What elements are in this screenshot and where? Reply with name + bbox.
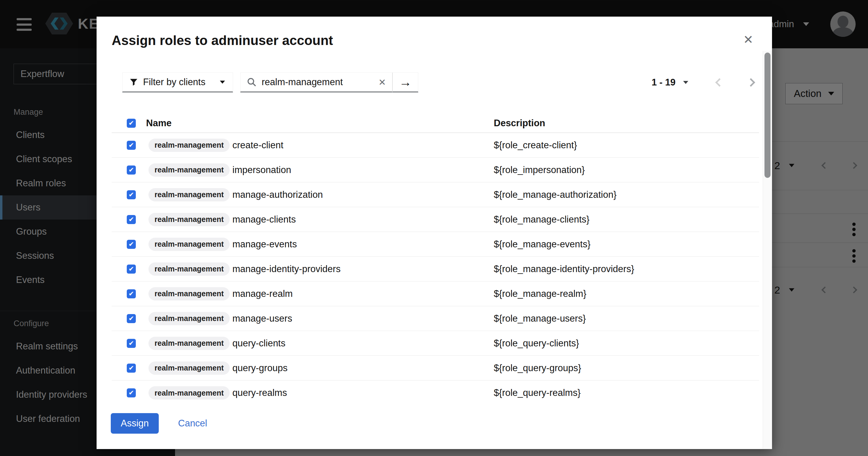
row-checkbox[interactable]: ✔ <box>127 364 136 373</box>
filter-label: Filter by clients <box>143 77 206 88</box>
row-checkbox[interactable]: ✔ <box>127 264 136 274</box>
role-name: manage-events <box>232 239 494 250</box>
column-name: Name <box>146 118 494 129</box>
client-badge: realm-management <box>149 386 230 400</box>
row-checkbox[interactable]: ✔ <box>127 289 136 298</box>
role-description: ${role_create-client} <box>494 140 759 151</box>
row-checkbox[interactable]: ✔ <box>127 215 136 224</box>
role-name: manage-clients <box>232 214 494 225</box>
table-row: ✔ realm-management query-realms ${role_q… <box>112 380 759 405</box>
row-checkbox[interactable]: ✔ <box>127 240 136 249</box>
table-row: ✔ realm-management manage-users ${role_m… <box>112 306 759 331</box>
select-all-checkbox[interactable]: ✔ <box>127 119 136 128</box>
role-name: manage-users <box>232 313 494 324</box>
role-description: ${role_manage-realm} <box>494 288 759 299</box>
client-badge: realm-management <box>149 262 230 276</box>
row-checkbox[interactable]: ✔ <box>127 190 136 199</box>
table-header: ✔ Name Description <box>112 114 759 133</box>
role-description: ${role_manage-events} <box>494 239 759 250</box>
row-checkbox[interactable]: ✔ <box>127 314 136 323</box>
modal-toolbar: Filter by clients ✕ → <box>122 73 418 92</box>
client-badge: realm-management <box>149 312 230 325</box>
client-badge: realm-management <box>149 188 230 201</box>
close-icon[interactable]: ✕ <box>743 33 753 46</box>
search-submit-button[interactable]: → <box>392 73 418 92</box>
role-name: impersonation <box>232 165 494 175</box>
row-checkbox[interactable]: ✔ <box>127 141 136 150</box>
pagination-chevron-down-icon[interactable] <box>683 81 688 84</box>
role-name: manage-realm <box>232 288 494 299</box>
row-checkbox[interactable]: ✔ <box>127 339 136 348</box>
column-description: Description <box>494 118 759 129</box>
pagination-range[interactable]: 1 - 19 <box>652 77 676 88</box>
modal-scrollbar-track[interactable] <box>763 51 772 449</box>
client-badge: realm-management <box>149 213 230 226</box>
table-row: ✔ realm-management manage-clients ${role… <box>112 207 759 232</box>
search-box: ✕ <box>240 73 392 92</box>
table-row: ✔ realm-management manage-realm ${role_m… <box>112 281 759 306</box>
arrow-right-icon: → <box>399 75 412 89</box>
table-row: ✔ realm-management create-client ${role_… <box>112 133 759 158</box>
table-row: ✔ realm-management manage-events ${role_… <box>112 232 759 257</box>
role-description: ${role_query-clients} <box>494 338 759 349</box>
modal-title: Assign roles to adminuser account <box>112 33 333 48</box>
modal-footer: Assign Cancel <box>111 413 207 434</box>
client-badge: realm-management <box>149 139 230 152</box>
client-badge: realm-management <box>149 362 230 375</box>
assign-roles-modal: Assign roles to adminuser account ✕ Filt… <box>97 17 772 449</box>
role-name: create-client <box>232 140 494 151</box>
table-row: ✔ realm-management query-clients ${role_… <box>112 331 759 356</box>
role-description: ${role_query-realms} <box>494 388 759 398</box>
role-name: manage-identity-providers <box>232 264 494 275</box>
table-body: ✔ realm-management create-client ${role_… <box>112 133 759 405</box>
cancel-button[interactable]: Cancel <box>178 418 207 429</box>
filter-chevron-down-icon <box>220 81 225 84</box>
table-row: ✔ realm-management manage-authorization … <box>112 182 759 207</box>
modal-scrollbar-thumb[interactable] <box>765 53 771 178</box>
role-name: manage-authorization <box>232 189 494 200</box>
role-name: query-realms <box>232 388 494 398</box>
table-row: ✔ realm-management manage-identity-provi… <box>112 257 759 281</box>
row-checkbox[interactable]: ✔ <box>127 388 136 397</box>
modal-pagination: 1 - 19 <box>652 73 754 92</box>
row-checkbox[interactable]: ✔ <box>127 166 136 175</box>
role-description: ${role_manage-authorization} <box>494 189 759 200</box>
role-name: query-clients <box>232 338 494 349</box>
role-name: query-groups <box>232 363 494 374</box>
table-row: ✔ realm-management impersonation ${role_… <box>112 158 759 182</box>
client-badge: realm-management <box>149 238 230 251</box>
next-page-icon[interactable] <box>747 78 755 87</box>
client-badge: realm-management <box>149 163 230 177</box>
search-icon <box>247 77 257 87</box>
client-badge: realm-management <box>149 287 230 301</box>
role-description: ${role_manage-identity-providers} <box>494 264 759 275</box>
role-description: ${role_impersonation} <box>494 165 759 175</box>
role-description: ${role_manage-users} <box>494 313 759 324</box>
clear-search-icon[interactable]: ✕ <box>378 77 386 88</box>
search-input[interactable] <box>262 77 361 88</box>
prev-page-icon[interactable] <box>715 78 724 87</box>
table-row: ✔ realm-management query-groups ${role_q… <box>112 356 759 380</box>
filter-by-clients-dropdown[interactable]: Filter by clients <box>122 73 233 92</box>
role-description: ${role_query-groups} <box>494 363 759 374</box>
client-badge: realm-management <box>149 337 230 350</box>
filter-icon <box>130 78 137 86</box>
role-description: ${role_manage-clients} <box>494 214 759 225</box>
assign-button[interactable]: Assign <box>111 413 159 434</box>
